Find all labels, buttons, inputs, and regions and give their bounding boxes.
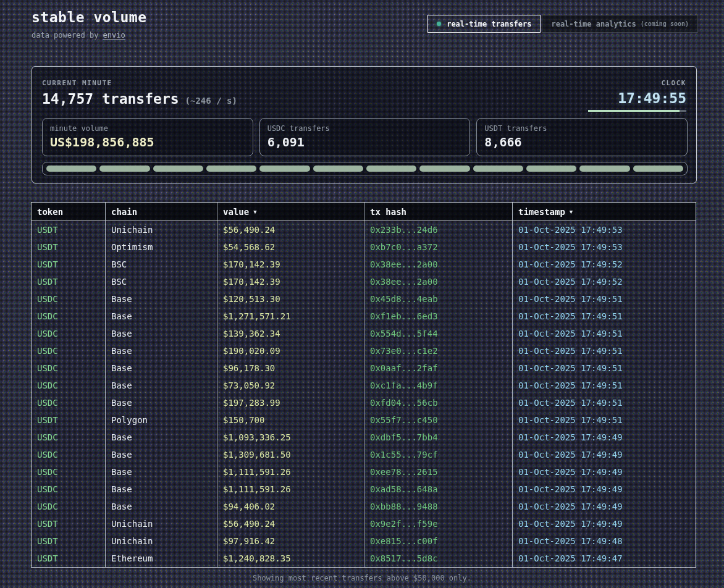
clock-progress-fill <box>588 110 680 112</box>
table-row[interactable]: USDC Base $1,271,571.21 0xf1eb...6ed3 01… <box>32 308 696 325</box>
cell-timestamp: 01-Oct-2025 17:49:51 <box>512 308 696 325</box>
cell-token: USDC <box>32 342 105 359</box>
cell-token: USDT <box>32 550 105 567</box>
cell-token: USDT <box>32 411 105 429</box>
column-header-chain[interactable]: chain <box>105 203 217 220</box>
cell-timestamp: 01-Oct-2025 17:49:47 <box>512 550 696 567</box>
live-dot-icon <box>437 22 441 26</box>
column-header-value[interactable]: value▼ <box>217 203 364 220</box>
table-row[interactable]: USDT Ethereum $1,240,828.35 0x8517...5d8… <box>32 550 696 567</box>
table-row[interactable]: USDT Unichain $97,916.42 0xe815...c00f 0… <box>32 532 696 550</box>
cell-tx-hash: 0x55f7...c450 <box>364 411 512 429</box>
cell-chain: Unichain <box>105 221 217 238</box>
table-row[interactable]: USDT BSC $170,142.39 0x38ee...2a00 01-Oc… <box>32 256 696 273</box>
progress-segment <box>473 166 523 172</box>
stat-boxes: minute volume US$198,856,885 USDC transf… <box>42 118 688 156</box>
cell-value: $73,050.92 <box>217 377 364 394</box>
cell-value: $56,490.24 <box>217 221 364 238</box>
table-row[interactable]: USDC Base $1,093,336.25 0xdbf5...7bb4 01… <box>32 429 696 446</box>
stat-label: USDC transfers <box>267 124 463 133</box>
stat-box-usdc-transfers: USDC transfers 6,091 <box>259 118 471 156</box>
cell-value: $150,700 <box>217 411 364 429</box>
cell-timestamp: 01-Oct-2025 17:49:49 <box>512 481 696 498</box>
clock-progress-track <box>588 110 686 112</box>
cell-tx-hash: 0x38ee...2a00 <box>364 256 512 273</box>
table-row[interactable]: USDC Base $1,111,591.26 0xad58...648a 01… <box>32 481 696 498</box>
minute-progress-bar <box>42 162 688 175</box>
table-row[interactable]: USDC Base $1,111,591.26 0xee78...2615 01… <box>32 463 696 481</box>
tab-real-time-transfers[interactable]: real-time transfers <box>427 15 541 33</box>
cell-timestamp: 01-Oct-2025 17:49:52 <box>512 256 696 273</box>
cell-timestamp: 01-Oct-2025 17:49:48 <box>512 532 696 550</box>
progress-segment <box>153 166 203 172</box>
cell-value: $1,093,336.25 <box>217 429 364 446</box>
cell-tx-hash: 0x1c55...79cf <box>364 446 512 463</box>
envio-link[interactable]: envio <box>103 31 125 40</box>
cell-timestamp: 01-Oct-2025 17:49:49 <box>512 515 696 532</box>
table-row[interactable]: USDC Base $120,513.30 0x45d8...4eab 01-O… <box>32 290 696 308</box>
column-header-tx-hash[interactable]: tx hash <box>364 203 512 220</box>
table-row[interactable]: USDC Base $190,020.09 0x73e0...c1e2 01-O… <box>32 342 696 359</box>
column-header-token[interactable]: token <box>32 203 105 220</box>
cell-value: $94,406.02 <box>217 498 364 515</box>
cell-value: $1,309,681.50 <box>217 446 364 463</box>
tab-bar: real-time transfers real-time analytics … <box>427 15 698 33</box>
cell-tx-hash: 0x554d...5f44 <box>364 325 512 342</box>
cell-token: USDC <box>32 498 105 515</box>
cell-value: $96,178.30 <box>217 359 364 377</box>
page-wrapper: stable volume data powered by envio real… <box>31 0 696 588</box>
table-row[interactable]: USDT BSC $170,142.39 0x38ee...2a00 01-Oc… <box>32 273 696 290</box>
table-row[interactable]: USDT Unichain $56,490.24 0x233b...24d6 0… <box>32 221 696 238</box>
cell-chain: Base <box>105 481 217 498</box>
cell-timestamp: 01-Oct-2025 17:49:51 <box>512 325 696 342</box>
table-row[interactable]: USDC Base $197,283.99 0xfd04...56cb 01-O… <box>32 394 696 411</box>
cell-chain: Base <box>105 498 217 515</box>
stat-value: 6,091 <box>267 135 463 149</box>
cell-timestamp: 01-Oct-2025 17:49:51 <box>512 359 696 377</box>
clock-box: CLOCK 17:49:55 <box>588 77 686 112</box>
cell-timestamp: 01-Oct-2025 17:49:51 <box>512 394 696 411</box>
cell-chain: BSC <box>105 256 217 273</box>
tab-analytics-note: (coming soon) <box>641 20 689 27</box>
progress-segment <box>259 166 309 172</box>
cell-chain: Base <box>105 290 217 308</box>
cell-chain: Unichain <box>105 532 217 550</box>
cell-timestamp: 01-Oct-2025 17:49:49 <box>512 498 696 515</box>
cell-token: USDT <box>32 238 105 256</box>
cell-chain: Base <box>105 429 217 446</box>
sort-icon: ▼ <box>253 209 256 215</box>
cell-token: USDT <box>32 532 105 550</box>
table-row[interactable]: USDC Base $73,050.92 0xc1fa...4b9f 01-Oc… <box>32 377 696 394</box>
progress-segment <box>313 166 363 172</box>
table-row[interactable]: USDT Optimism $54,568.62 0xb7c0...a372 0… <box>32 238 696 256</box>
progress-segment <box>419 166 469 172</box>
table-row[interactable]: USDT Polygon $150,700 0x55f7...c450 01-O… <box>32 411 696 429</box>
cell-token: USDC <box>32 290 105 308</box>
cell-token: USDC <box>32 359 105 377</box>
sort-icon: ▼ <box>570 209 573 215</box>
cell-timestamp: 01-Oct-2025 17:49:49 <box>512 446 696 463</box>
table-row[interactable]: USDT Unichain $56,490.24 0x9e2f...f59e 0… <box>32 515 696 532</box>
clock-time: 17:49:55 <box>588 90 686 106</box>
cell-tx-hash: 0xfd04...56cb <box>364 394 512 411</box>
table-row[interactable]: USDC Base $1,309,681.50 0x1c55...79cf 01… <box>32 446 696 463</box>
stat-value: US$198,856,885 <box>50 135 245 149</box>
cell-token: USDC <box>32 481 105 498</box>
table-row[interactable]: USDC Base $94,406.02 0xbb88...9488 01-Oc… <box>32 498 696 515</box>
cell-chain: Base <box>105 377 217 394</box>
table-body: USDT Unichain $56,490.24 0x233b...24d6 0… <box>32 221 696 567</box>
clock-label: CLOCK <box>588 79 686 87</box>
stat-label: minute volume <box>50 124 245 133</box>
column-header-timestamp[interactable]: timestamp▼ <box>512 203 696 220</box>
cell-timestamp: 01-Oct-2025 17:49:49 <box>512 429 696 446</box>
cell-tx-hash: 0x8517...5d8c <box>364 550 512 567</box>
table-row[interactable]: USDC Base $139,362.34 0x554d...5f44 01-O… <box>32 325 696 342</box>
cell-tx-hash: 0xad58...648a <box>364 481 512 498</box>
cell-value: $56,490.24 <box>217 515 364 532</box>
cell-token: USDC <box>32 377 105 394</box>
tab-real-time-analytics[interactable]: real-time analytics (coming soon) <box>542 15 698 33</box>
cell-timestamp: 01-Oct-2025 17:49:49 <box>512 463 696 481</box>
cell-tx-hash: 0x73e0...c1e2 <box>364 342 512 359</box>
table-row[interactable]: USDC Base $96,178.30 0x0aaf...2faf 01-Oc… <box>32 359 696 377</box>
cell-timestamp: 01-Oct-2025 17:49:53 <box>512 221 696 238</box>
